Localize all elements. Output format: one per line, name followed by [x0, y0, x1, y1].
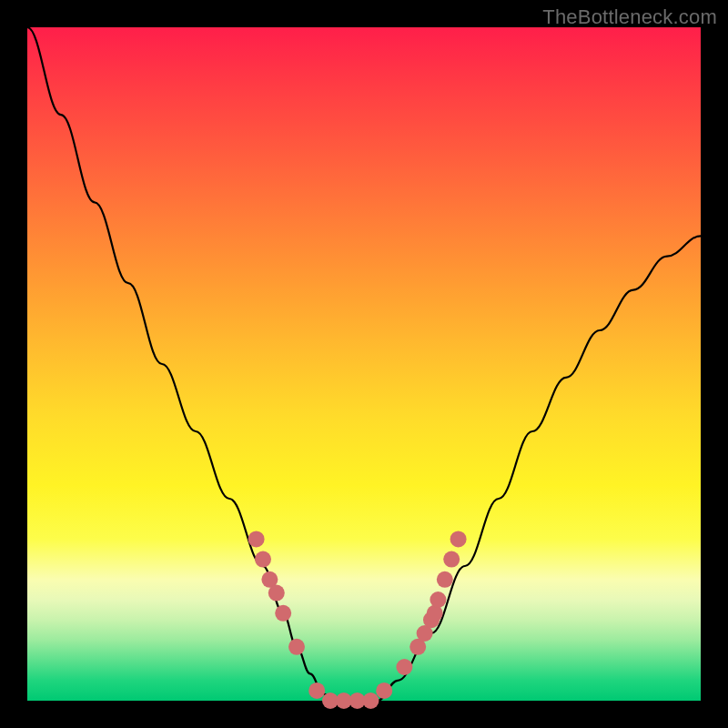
curve-marker: [248, 531, 265, 547]
curve-marker: [450, 531, 467, 547]
curve-marker: [437, 571, 453, 588]
curve-marker: [430, 592, 446, 608]
curve-marker: [362, 693, 379, 709]
watermark-text: TheBottleneck.com: [542, 5, 717, 29]
curve-marker: [255, 551, 271, 568]
curve-marker: [275, 605, 291, 622]
curve-marker: [308, 682, 325, 699]
curve-marker: [288, 639, 305, 655]
bottleneck-curve: [27, 27, 701, 701]
curve-marker: [396, 659, 412, 675]
chart-svg: [27, 27, 701, 701]
curve-marker: [376, 682, 392, 699]
curve-marker: [268, 585, 285, 602]
curve-marker: [443, 551, 460, 568]
chart-frame: [27, 27, 701, 701]
marker-group: [248, 531, 467, 709]
